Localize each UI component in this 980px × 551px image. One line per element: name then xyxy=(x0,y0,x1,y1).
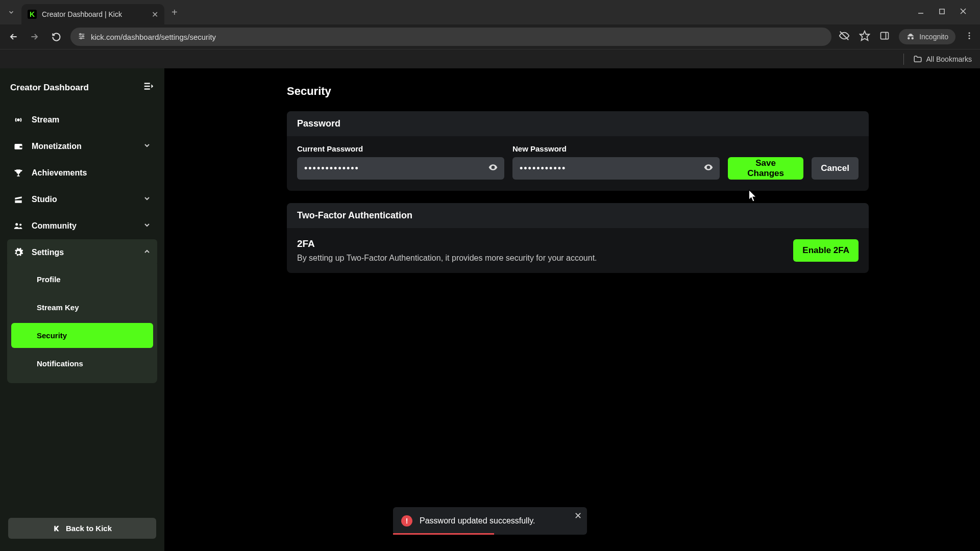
close-tab-icon[interactable]: ✕ xyxy=(152,10,158,19)
sidebar-subitem-security[interactable]: Security xyxy=(11,323,153,348)
toast-notification: ! Password updated successfully. ✕ xyxy=(393,507,587,535)
window-controls xyxy=(917,8,976,17)
sidebar-item-label: Stream xyxy=(32,115,59,124)
svg-rect-1 xyxy=(940,9,944,14)
svg-point-16 xyxy=(969,32,970,34)
sidebar-item-stream[interactable]: Stream xyxy=(7,107,157,133)
incognito-indicator[interactable]: Incognito xyxy=(899,29,955,44)
password-card-header: Password xyxy=(287,111,869,136)
toast-progress-bar xyxy=(393,533,494,535)
sidebar-subitem-profile[interactable]: Profile xyxy=(11,267,153,292)
svg-rect-14 xyxy=(881,32,889,39)
chevron-down-icon xyxy=(143,194,151,205)
back-icon[interactable] xyxy=(6,30,20,44)
main-content: Security Password Current Password xyxy=(164,68,980,551)
sidebar-item-label: Settings xyxy=(32,248,64,257)
sidebar: Creator Dashboard Stream Monetization Ac… xyxy=(0,68,164,551)
current-password-label: Current Password xyxy=(297,144,504,153)
show-password-icon[interactable] xyxy=(488,162,498,174)
sidebar-item-community[interactable]: Community xyxy=(7,213,157,239)
cancel-button[interactable]: Cancel xyxy=(812,157,859,180)
folder-icon xyxy=(913,55,922,64)
show-password-icon[interactable] xyxy=(703,162,714,174)
new-tab-button[interactable]: + xyxy=(172,7,178,18)
kick-logo-icon xyxy=(53,524,61,533)
sidebar-item-studio[interactable]: Studio xyxy=(7,186,157,213)
sidebar-item-label: Studio xyxy=(32,195,57,204)
menu-icon[interactable] xyxy=(965,31,974,42)
wallet-icon xyxy=(13,141,23,152)
sidebar-item-label: Achievements xyxy=(32,168,87,178)
browser-tab[interactable]: K Creator Dashboard | Kick ✕ xyxy=(21,4,164,24)
bookmarks-bar: All Bookmarks xyxy=(0,49,980,68)
broadcast-icon xyxy=(13,115,23,125)
minimize-icon[interactable] xyxy=(917,8,924,17)
svg-point-11 xyxy=(80,37,82,39)
svg-point-25 xyxy=(15,223,18,226)
url-box[interactable]: kick.com/dashboard/settings/security xyxy=(70,28,831,46)
toast-message: Password updated successfully. xyxy=(420,516,535,525)
side-panel-icon[interactable] xyxy=(879,31,890,43)
chevron-up-icon xyxy=(143,247,151,258)
clapperboard-icon xyxy=(13,194,23,205)
tab-strip: K Creator Dashboard | Kick ✕ + xyxy=(0,0,980,24)
people-icon xyxy=(13,221,23,231)
sidebar-item-monetization[interactable]: Monetization xyxy=(7,133,157,160)
chevron-down-icon xyxy=(143,221,151,231)
address-bar: kick.com/dashboard/settings/security Inc… xyxy=(0,24,980,49)
sidebar-title: Creator Dashboard xyxy=(10,83,89,93)
bookmark-star-icon[interactable] xyxy=(859,30,870,43)
settings-submenu: Profile Stream Key Security Notification… xyxy=(7,264,157,383)
svg-point-28 xyxy=(707,166,709,168)
svg-point-9 xyxy=(80,33,81,35)
chevron-down-icon xyxy=(143,141,151,152)
svg-point-18 xyxy=(969,38,970,39)
new-password-input[interactable] xyxy=(512,157,720,180)
kick-favicon-icon: K xyxy=(28,10,37,19)
svg-rect-24 xyxy=(20,146,22,147)
back-to-kick-button[interactable]: Back to Kick xyxy=(8,518,156,539)
sidebar-item-label: Monetization xyxy=(32,142,82,151)
close-window-icon[interactable] xyxy=(960,8,967,17)
svg-point-17 xyxy=(969,35,970,37)
tfa-card: Two-Factor Authentication 2FA By setting… xyxy=(287,203,869,273)
maximize-icon[interactable] xyxy=(939,8,945,17)
browser-chrome: K Creator Dashboard | Kick ✕ + xyxy=(0,0,980,68)
site-settings-icon[interactable] xyxy=(78,32,86,42)
sidebar-item-settings[interactable]: Settings xyxy=(7,239,157,266)
save-changes-button[interactable]: Save Changes xyxy=(728,157,803,180)
svg-point-10 xyxy=(82,35,84,37)
forward-icon[interactable] xyxy=(28,30,42,44)
all-bookmarks-button[interactable]: All Bookmarks xyxy=(926,55,972,63)
incognito-label: Incognito xyxy=(919,33,948,41)
svg-marker-13 xyxy=(860,31,869,40)
sidebar-item-achievements[interactable]: Achievements xyxy=(7,160,157,186)
reload-icon[interactable] xyxy=(49,30,63,44)
trophy-icon xyxy=(13,168,23,178)
gear-icon xyxy=(13,247,23,258)
tab-title: Creator Dashboard | Kick xyxy=(42,10,148,18)
eye-off-icon[interactable] xyxy=(839,30,850,43)
back-to-kick-label: Back to Kick xyxy=(66,524,112,533)
svg-point-22 xyxy=(17,119,19,120)
tfa-description: By setting up Two-Factor Authentication,… xyxy=(297,254,597,263)
current-password-input[interactable] xyxy=(297,157,504,180)
sidebar-subitem-notifications[interactable]: Notifications xyxy=(11,351,153,376)
url-text: kick.com/dashboard/settings/security xyxy=(91,33,216,41)
toast-close-icon[interactable]: ✕ xyxy=(574,510,582,521)
svg-point-26 xyxy=(19,223,21,226)
svg-point-27 xyxy=(492,166,494,168)
sidebar-item-label: Community xyxy=(32,221,77,231)
collapse-sidebar-icon[interactable] xyxy=(143,81,154,94)
new-password-label: New Password xyxy=(512,144,720,153)
tab-search-dropdown[interactable] xyxy=(4,5,18,19)
enable-2fa-button[interactable]: Enable 2FA xyxy=(793,239,859,262)
page-title: Security xyxy=(287,85,949,98)
tfa-title: 2FA xyxy=(297,238,597,249)
tfa-card-header: Two-Factor Authentication xyxy=(287,203,869,228)
alert-icon: ! xyxy=(401,515,412,527)
sidebar-subitem-stream-key[interactable]: Stream Key xyxy=(11,295,153,320)
password-card: Password Current Password New Password xyxy=(287,111,869,191)
app-root: Creator Dashboard Stream Monetization Ac… xyxy=(0,68,980,551)
